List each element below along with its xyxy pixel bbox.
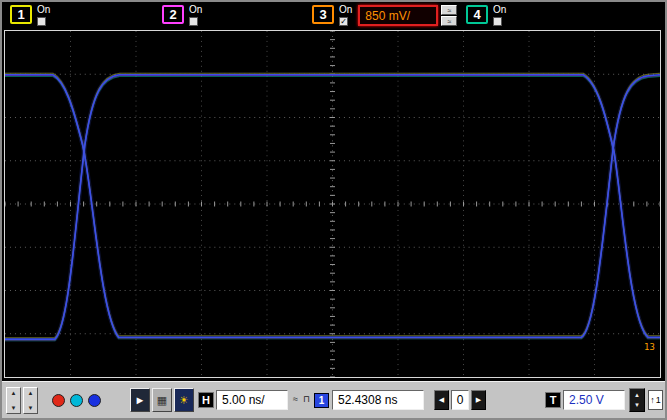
channel-3-scale-field[interactable]: 850 mV/ (358, 5, 438, 26)
coupling-up-button[interactable]: ≈ (441, 5, 457, 15)
screen-capture-button[interactable]: ▦ (152, 388, 172, 412)
delay-zero-field[interactable]: 0 (451, 390, 469, 410)
down-arrow-icon: ▼ (28, 405, 34, 411)
channel-4-button[interactable]: 4 (466, 5, 488, 24)
brightness-button[interactable]: ☀ (174, 388, 194, 412)
up-arrow-icon: ▲ (634, 392, 640, 398)
control-bar: ▲ ▼ ▲ ▼ ► ▦ ☀ H 5.00 ns/ ≈ ⊓ 1 52.4308 n… (2, 381, 665, 418)
channel-4-checkbox[interactable] (493, 17, 502, 26)
pointer-icon: ► (135, 394, 146, 406)
rising-edge-icon: ↑ (650, 395, 655, 405)
down-arrow-icon: ▼ (634, 402, 640, 408)
blue-marker-button[interactable] (88, 394, 101, 407)
down-arrow-icon: ▼ (11, 405, 17, 411)
acquisition-sine-icon: ≈ (293, 395, 298, 404)
up-arrow-icon: ▲ (28, 390, 34, 396)
up-arrow-icon: ▲ (11, 390, 17, 396)
channel-3-group: 3 On ✓ 850 mV/ ≈ ≈ (312, 5, 457, 26)
channel-4-group: 4 On (466, 5, 506, 26)
channel-2-on-label: On (189, 5, 202, 15)
trigger-label: T (545, 392, 561, 408)
channel-1-on-label: On (37, 5, 50, 15)
channel-1-button[interactable]: 1 (10, 5, 32, 24)
timebase-field[interactable]: 5.00 ns/ (216, 390, 288, 410)
vertical-adjust-spinner[interactable]: ▲ ▼ (6, 387, 21, 414)
marker-color-buttons (52, 394, 101, 407)
channel-1-group: 1 On (10, 5, 50, 26)
trigger-source-number: 1 (656, 395, 661, 405)
channel-3-on-label: On (339, 5, 352, 15)
screen-icon: ▦ (157, 394, 167, 407)
channel-3-checkbox[interactable]: ✓ (339, 17, 348, 26)
channel-2-group: 2 On (162, 5, 202, 26)
channel-4-on-label: On (493, 5, 506, 15)
channel-2-checkbox[interactable] (189, 17, 198, 26)
red-marker-button[interactable] (52, 394, 65, 407)
horizontal-adjust-spinner[interactable]: ▲ ▼ (23, 387, 38, 414)
pointer-tool-button[interactable]: ► (130, 388, 150, 412)
cyan-marker-button[interactable] (70, 394, 83, 407)
sun-icon: ☀ (179, 394, 189, 407)
scope-display: 13 (4, 30, 661, 378)
horizontal-label: H (198, 392, 214, 408)
channel-1-checkbox[interactable] (37, 17, 46, 26)
coupling-down-button[interactable]: ≈ (441, 16, 457, 26)
trigger-source-badge[interactable]: ↑ 1 (648, 390, 663, 410)
trigger-level-field[interactable]: 2.50 V (563, 390, 625, 410)
delay-decrement-button[interactable]: ◀ (434, 390, 449, 410)
trigger-level-spinner[interactable]: ▲ ▼ (629, 388, 645, 412)
channel-bar: 1 On 2 On 3 On ✓ 850 mV/ ≈ ≈ 4 On (2, 2, 665, 30)
channel-2-button[interactable]: 2 (162, 5, 184, 24)
acquisition-pulse-icon: ⊓ (303, 395, 310, 404)
delay-field[interactable]: 52.4308 ns (332, 390, 424, 410)
channel-3-button[interactable]: 3 (312, 5, 334, 24)
reference-channel-badge[interactable]: 1 (314, 393, 329, 408)
waveform-marker-label: 13 (644, 342, 655, 352)
delay-increment-button[interactable]: ▶ (471, 390, 486, 410)
trace-falling-then-rising (5, 76, 660, 338)
